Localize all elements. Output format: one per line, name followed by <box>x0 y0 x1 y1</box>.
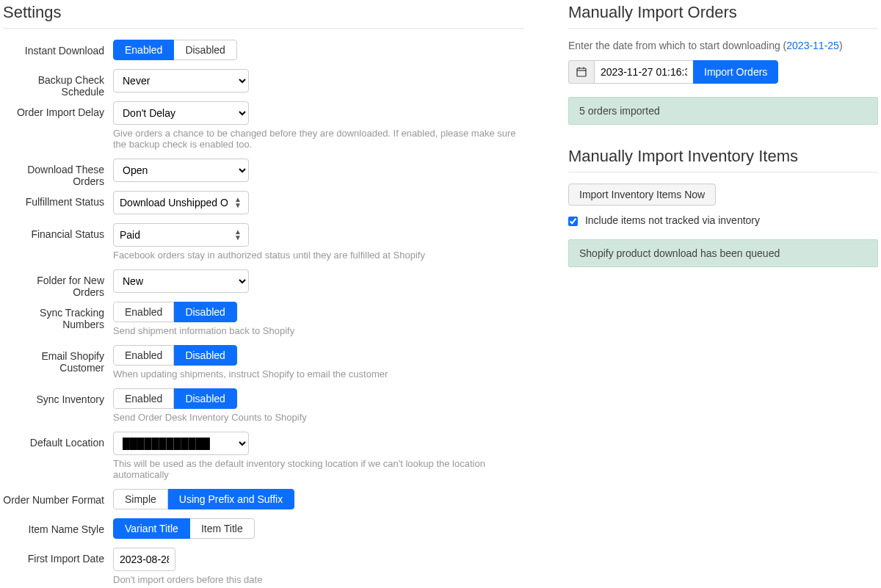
item-name-style-toggle: Variant Title Item Title <box>113 518 255 539</box>
settings-title: Settings <box>3 3 524 22</box>
financial-status-help: Facebook orders stay in authorized statu… <box>113 250 524 261</box>
backup-check-schedule-select[interactable]: Never <box>113 69 249 92</box>
sync-tracking-enabled-button[interactable]: Enabled <box>113 302 174 322</box>
email-customer-enabled-button[interactable]: Enabled <box>113 345 174 366</box>
divider <box>3 28 524 29</box>
include-untracked-label: Include items not tracked via inventory <box>585 214 760 226</box>
fulfillment-status-label: Fulfillment Status <box>3 191 113 223</box>
manual-orders-date-input[interactable] <box>594 60 693 84</box>
backup-check-schedule-label: Backup Check Schedule <box>3 69 113 101</box>
sync-inventory-help: Send Order Desk Inventory Counts to Shop… <box>113 412 524 423</box>
sync-tracking-toggle: Enabled Disabled <box>113 302 237 322</box>
instant-download-toggle: Enabled Disabled <box>113 40 237 60</box>
import-inventory-button[interactable]: Import Inventory Items Now <box>568 184 716 206</box>
folder-new-orders-select[interactable]: New <box>113 269 249 293</box>
instant-download-disabled-button[interactable]: Disabled <box>174 40 236 60</box>
manual-orders-intro: Enter the date from which to start downl… <box>568 40 878 51</box>
first-import-date-label: First Import Date <box>3 548 113 588</box>
item-name-variant-button[interactable]: Variant Title <box>113 518 190 539</box>
order-number-format-toggle: Simple Using Prefix and Suffix <box>113 489 294 509</box>
include-untracked-checkbox[interactable] <box>568 217 578 226</box>
order-number-simple-button[interactable]: Simple <box>113 489 168 509</box>
order-number-format-label: Order Number Format <box>3 489 113 518</box>
manual-orders-date-link[interactable]: 2023-11-25 <box>786 40 839 51</box>
email-customer-label: Email Shopify Customer <box>3 345 113 388</box>
sync-inventory-label: Sync Inventory <box>3 388 113 432</box>
include-untracked-row: Include items not tracked via inventory <box>568 214 878 226</box>
first-import-date-input[interactable] <box>113 548 175 571</box>
email-customer-disabled-button[interactable]: Disabled <box>174 345 236 366</box>
manual-orders-result: 5 orders imported <box>568 97 878 125</box>
manual-inventory-title: Manually Import Inventory Items <box>568 147 878 166</box>
manual-orders-input-group: Import Orders <box>568 60 778 84</box>
sync-inventory-toggle: Enabled Disabled <box>113 388 237 409</box>
order-number-prefix-button[interactable]: Using Prefix and Suffix <box>168 489 294 509</box>
right-panel: Manually Import Orders Enter the date fr… <box>561 3 878 588</box>
order-import-delay-select[interactable]: Don't Delay <box>113 101 249 125</box>
instant-download-enabled-button[interactable]: Enabled <box>113 40 174 60</box>
sync-tracking-disabled-button[interactable]: Disabled <box>174 302 236 322</box>
sync-tracking-help: Send shipment information back to Shopif… <box>113 325 524 336</box>
fulfillment-status-select[interactable]: Download Unshipped Orders <box>113 191 249 214</box>
divider <box>568 28 878 29</box>
email-customer-toggle: Enabled Disabled <box>113 345 237 366</box>
import-orders-button[interactable]: Import Orders <box>693 60 778 84</box>
settings-panel: Settings Instant Download Enabled Disabl… <box>3 3 561 588</box>
folder-new-orders-label: Folder for New Orders <box>3 269 113 302</box>
manual-inventory-result: Shopify product download has been queued <box>568 239 878 267</box>
sync-inventory-disabled-button[interactable]: Disabled <box>174 388 236 409</box>
svg-rect-0 <box>577 68 586 76</box>
default-location-select[interactable]: ████████████ <box>113 432 249 455</box>
email-customer-help: When updating shipments, instruct Shopif… <box>113 369 524 380</box>
default-location-help: This will be used as the default invento… <box>113 458 524 480</box>
download-these-orders-label: Download These Orders <box>3 159 113 191</box>
calendar-icon <box>568 60 594 84</box>
sync-tracking-label: Sync Tracking Numbers <box>3 302 113 345</box>
item-name-style-label: Item Name Style <box>3 518 113 548</box>
order-import-delay-label: Order Import Delay <box>3 101 113 159</box>
download-these-orders-select[interactable]: Open <box>113 159 249 182</box>
first-import-date-help: Don't import orders before this date <box>113 574 524 585</box>
financial-status-label: Financial Status <box>3 223 113 269</box>
manual-orders-title: Manually Import Orders <box>568 3 878 22</box>
sync-inventory-enabled-button[interactable]: Enabled <box>113 388 174 409</box>
divider <box>568 172 878 173</box>
financial-status-select[interactable]: Paid <box>113 223 249 247</box>
item-name-item-button[interactable]: Item Title <box>190 518 255 539</box>
order-import-delay-help: Give orders a chance to be changed befor… <box>113 128 524 150</box>
instant-download-label: Instant Download <box>3 40 113 69</box>
default-location-label: Default Location <box>3 432 113 489</box>
